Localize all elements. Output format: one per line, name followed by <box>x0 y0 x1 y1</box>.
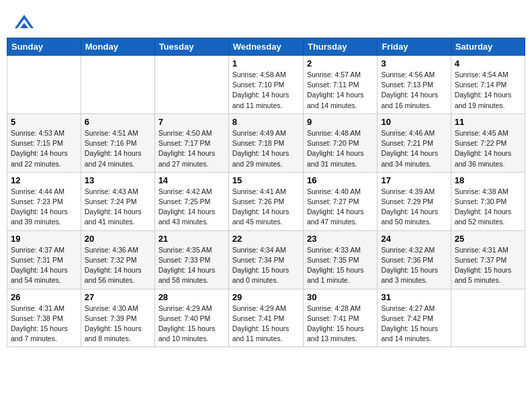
day-number: 19 <box>11 234 77 244</box>
week-row-2: 5Sunrise: 4:53 AM Sunset: 7:15 PM Daylig… <box>7 113 525 172</box>
day-info: Sunrise: 4:36 AM Sunset: 7:32 PM Dayligh… <box>85 245 151 286</box>
calendar-cell: 14Sunrise: 4:42 AM Sunset: 7:25 PM Dayli… <box>154 172 228 230</box>
calendar-table: SundayMondayTuesdayWednesdayThursdayFrid… <box>7 38 525 347</box>
logo <box>13 12 38 32</box>
weekday-header-thursday: Thursday <box>303 38 377 56</box>
calendar-cell: 6Sunrise: 4:51 AM Sunset: 7:16 PM Daylig… <box>81 113 154 172</box>
day-number: 1 <box>232 58 300 68</box>
calendar-cell: 8Sunrise: 4:49 AM Sunset: 7:18 PM Daylig… <box>228 113 303 172</box>
day-number: 3 <box>381 58 447 68</box>
calendar-cell: 7Sunrise: 4:50 AM Sunset: 7:17 PM Daylig… <box>154 113 228 172</box>
day-info: Sunrise: 4:43 AM Sunset: 7:24 PM Dayligh… <box>85 187 151 228</box>
day-info: Sunrise: 4:38 AM Sunset: 7:30 PM Dayligh… <box>455 187 521 228</box>
calendar-cell: 27Sunrise: 4:30 AM Sunset: 7:39 PM Dayli… <box>81 289 154 347</box>
calendar-cell: 22Sunrise: 4:34 AM Sunset: 7:34 PM Dayli… <box>228 230 303 289</box>
day-info: Sunrise: 4:31 AM Sunset: 7:37 PM Dayligh… <box>455 245 521 286</box>
week-row-4: 19Sunrise: 4:37 AM Sunset: 7:31 PM Dayli… <box>7 230 525 289</box>
calendar-cell: 2Sunrise: 4:57 AM Sunset: 7:11 PM Daylig… <box>303 56 377 114</box>
day-number: 13 <box>85 175 151 185</box>
day-number: 8 <box>232 117 300 127</box>
calendar-cell: 11Sunrise: 4:45 AM Sunset: 7:22 PM Dayli… <box>451 113 525 172</box>
weekday-header-wednesday: Wednesday <box>228 38 303 56</box>
calendar-cell: 30Sunrise: 4:28 AM Sunset: 7:41 PM Dayli… <box>303 289 377 347</box>
day-info: Sunrise: 4:31 AM Sunset: 7:38 PM Dayligh… <box>11 304 77 345</box>
weekday-header-monday: Monday <box>81 38 154 56</box>
day-info: Sunrise: 4:28 AM Sunset: 7:41 PM Dayligh… <box>307 304 373 345</box>
day-number: 25 <box>455 234 521 244</box>
day-number: 17 <box>381 175 447 185</box>
day-number: 18 <box>455 175 521 185</box>
day-info: Sunrise: 4:34 AM Sunset: 7:34 PM Dayligh… <box>232 245 300 286</box>
day-number: 12 <box>11 175 77 185</box>
calendar-cell: 31Sunrise: 4:27 AM Sunset: 7:42 PM Dayli… <box>378 289 451 347</box>
day-number: 11 <box>455 117 521 127</box>
week-row-5: 26Sunrise: 4:31 AM Sunset: 7:38 PM Dayli… <box>7 289 525 347</box>
calendar-cell: 17Sunrise: 4:39 AM Sunset: 7:29 PM Dayli… <box>378 172 451 230</box>
calendar-cell <box>7 56 81 114</box>
day-number: 10 <box>381 117 447 127</box>
day-info: Sunrise: 4:32 AM Sunset: 7:36 PM Dayligh… <box>381 245 447 286</box>
day-info: Sunrise: 4:46 AM Sunset: 7:21 PM Dayligh… <box>381 128 447 169</box>
day-info: Sunrise: 4:30 AM Sunset: 7:39 PM Dayligh… <box>85 304 151 345</box>
day-number: 15 <box>232 175 300 185</box>
day-number: 24 <box>381 234 447 244</box>
calendar-cell: 12Sunrise: 4:44 AM Sunset: 7:23 PM Dayli… <box>7 172 81 230</box>
day-info: Sunrise: 4:33 AM Sunset: 7:35 PM Dayligh… <box>307 245 373 286</box>
day-number: 7 <box>159 117 225 127</box>
day-info: Sunrise: 4:42 AM Sunset: 7:25 PM Dayligh… <box>159 187 225 228</box>
calendar-cell: 3Sunrise: 4:56 AM Sunset: 7:13 PM Daylig… <box>378 56 451 114</box>
day-info: Sunrise: 4:27 AM Sunset: 7:42 PM Dayligh… <box>381 304 447 345</box>
day-number: 20 <box>85 234 151 244</box>
logo-icon <box>13 13 35 32</box>
weekday-header-row: SundayMondayTuesdayWednesdayThursdayFrid… <box>7 38 525 56</box>
day-number: 30 <box>307 292 373 302</box>
day-info: Sunrise: 4:53 AM Sunset: 7:15 PM Dayligh… <box>11 128 77 169</box>
weekday-header-tuesday: Tuesday <box>154 38 228 56</box>
day-info: Sunrise: 4:56 AM Sunset: 7:13 PM Dayligh… <box>381 70 447 111</box>
day-info: Sunrise: 4:37 AM Sunset: 7:31 PM Dayligh… <box>11 245 77 286</box>
day-number: 21 <box>159 234 225 244</box>
day-info: Sunrise: 4:29 AM Sunset: 7:41 PM Dayligh… <box>232 304 300 345</box>
day-number: 29 <box>232 292 300 302</box>
day-number: 23 <box>307 234 373 244</box>
calendar-cell: 15Sunrise: 4:41 AM Sunset: 7:26 PM Dayli… <box>228 172 303 230</box>
calendar-cell: 4Sunrise: 4:54 AM Sunset: 7:14 PM Daylig… <box>451 56 525 114</box>
weekday-header-sunday: Sunday <box>7 38 81 56</box>
day-number: 9 <box>307 117 373 127</box>
calendar-cell: 16Sunrise: 4:40 AM Sunset: 7:27 PM Dayli… <box>303 172 377 230</box>
calendar-cell: 26Sunrise: 4:31 AM Sunset: 7:38 PM Dayli… <box>7 289 81 347</box>
week-row-1: 1Sunrise: 4:58 AM Sunset: 7:10 PM Daylig… <box>7 56 525 114</box>
day-number: 26 <box>11 292 77 302</box>
day-info: Sunrise: 4:39 AM Sunset: 7:29 PM Dayligh… <box>381 187 447 228</box>
calendar-cell: 24Sunrise: 4:32 AM Sunset: 7:36 PM Dayli… <box>378 230 451 289</box>
day-number: 31 <box>381 292 447 302</box>
day-info: Sunrise: 4:48 AM Sunset: 7:20 PM Dayligh… <box>307 128 373 169</box>
page-header <box>7 7 525 35</box>
day-number: 28 <box>159 292 225 302</box>
calendar-cell <box>81 56 154 114</box>
day-info: Sunrise: 4:54 AM Sunset: 7:14 PM Dayligh… <box>455 70 521 111</box>
day-info: Sunrise: 4:50 AM Sunset: 7:17 PM Dayligh… <box>159 128 225 169</box>
day-info: Sunrise: 4:58 AM Sunset: 7:10 PM Dayligh… <box>232 70 300 111</box>
week-row-3: 12Sunrise: 4:44 AM Sunset: 7:23 PM Dayli… <box>7 172 525 230</box>
day-info: Sunrise: 4:29 AM Sunset: 7:40 PM Dayligh… <box>159 304 225 345</box>
day-number: 4 <box>455 58 521 68</box>
day-info: Sunrise: 4:51 AM Sunset: 7:16 PM Dayligh… <box>85 128 151 169</box>
calendar-cell: 13Sunrise: 4:43 AM Sunset: 7:24 PM Dayli… <box>81 172 154 230</box>
calendar-cell: 18Sunrise: 4:38 AM Sunset: 7:30 PM Dayli… <box>451 172 525 230</box>
calendar-cell <box>154 56 228 114</box>
day-number: 27 <box>85 292 151 302</box>
weekday-header-saturday: Saturday <box>451 38 525 56</box>
calendar-cell: 1Sunrise: 4:58 AM Sunset: 7:10 PM Daylig… <box>228 56 303 114</box>
day-info: Sunrise: 4:49 AM Sunset: 7:18 PM Dayligh… <box>232 128 300 169</box>
calendar-cell: 23Sunrise: 4:33 AM Sunset: 7:35 PM Dayli… <box>303 230 377 289</box>
calendar-cell: 9Sunrise: 4:48 AM Sunset: 7:20 PM Daylig… <box>303 113 377 172</box>
day-info: Sunrise: 4:44 AM Sunset: 7:23 PM Dayligh… <box>11 187 77 228</box>
weekday-header-friday: Friday <box>378 38 451 56</box>
day-info: Sunrise: 4:45 AM Sunset: 7:22 PM Dayligh… <box>455 128 521 169</box>
day-number: 6 <box>85 117 151 127</box>
calendar-cell: 25Sunrise: 4:31 AM Sunset: 7:37 PM Dayli… <box>451 230 525 289</box>
calendar-cell: 20Sunrise: 4:36 AM Sunset: 7:32 PM Dayli… <box>81 230 154 289</box>
day-number: 5 <box>11 117 77 127</box>
calendar-cell: 28Sunrise: 4:29 AM Sunset: 7:40 PM Dayli… <box>154 289 228 347</box>
